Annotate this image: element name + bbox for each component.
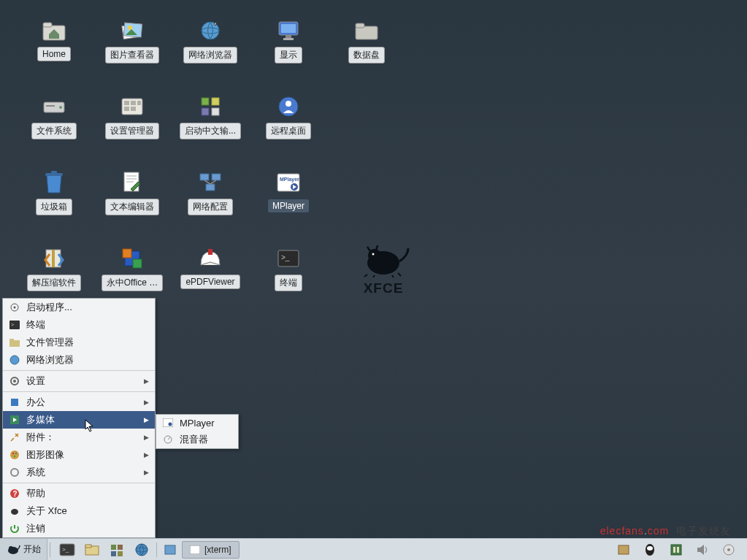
icon-label: 设置管理器	[105, 123, 159, 139]
start-button[interactable]: 开始	[0, 539, 47, 560]
menu-label: 注销	[26, 522, 45, 535]
svg-rect-83	[118, 551, 123, 556]
startmenu-item-11[interactable]: 系统▶	[3, 464, 155, 481]
svg-rect-10	[283, 38, 294, 40]
taskbar-terminal-icon[interactable]: >_	[56, 541, 78, 559]
submenu-arrow-icon: ▶	[144, 377, 149, 385]
desktop-icon-folder-home[interactable]: Home	[19, 18, 89, 61]
taskbar-filemanager-icon[interactable]	[81, 541, 103, 559]
svg-text:MPlayer: MPlayer	[280, 177, 299, 183]
icon-label: Home	[37, 47, 71, 61]
startmenu-item-9[interactable]: 附件：▶	[3, 429, 155, 446]
svg-point-4	[128, 26, 132, 30]
desktop-icon-pdf[interactable]: ePDFViewer	[175, 245, 245, 289]
svg-text:>_: >_	[62, 546, 69, 553]
filemgr-icon	[9, 337, 20, 348]
submenu-item-1[interactable]: 混音器	[156, 431, 238, 448]
menu-label: 混音器	[180, 433, 208, 446]
svg-rect-44	[133, 259, 142, 268]
startmenu-item-10[interactable]: 图形图像▶	[3, 446, 155, 464]
startmenu-item-8[interactable]: 多媒体▶	[3, 411, 155, 429]
submenu-item-0[interactable]: MPlayer	[156, 415, 238, 431]
terminal-sm-icon: >	[9, 319, 20, 331]
svg-rect-22	[202, 98, 209, 105]
startmenu-item-1[interactable]: >终端	[3, 316, 155, 334]
svg-rect-29	[51, 171, 57, 174]
svg-rect-79	[85, 545, 91, 548]
svg-rect-88	[618, 545, 629, 554]
svg-point-5	[202, 22, 219, 39]
icon-label: 网络浏览器	[183, 47, 237, 64]
menu-label: MPlayer	[180, 418, 215, 429]
desktop-icon-display[interactable]: 显示	[253, 18, 323, 64]
svg-point-90	[647, 546, 653, 551]
taskbar-settings-icon[interactable]	[106, 541, 128, 559]
taskbar-browser-icon[interactable]	[131, 541, 153, 559]
desktop-icon-network[interactable]: 网络配置	[175, 169, 245, 215]
input-method-icon	[197, 93, 223, 120]
mplayer-icon: MPlayer	[275, 169, 302, 196]
multimedia-submenu: MPlayer混音器	[156, 414, 239, 449]
icon-label: 永中Office …	[101, 275, 163, 291]
svg-line-73	[168, 437, 170, 440]
svg-rect-60	[11, 399, 18, 406]
desktop-icon-input-method[interactable]: 启动中文输...	[175, 93, 245, 139]
icon-label: 文本编辑器	[105, 199, 159, 215]
svg-rect-15	[46, 105, 55, 107]
icon-label: ePDFViewer	[180, 275, 240, 289]
startmenu-item-14[interactable]: 关于 Xfce	[3, 502, 155, 520]
accessory-icon	[9, 431, 20, 443]
system-tray	[611, 541, 747, 559]
menu-label: 启动程序...	[26, 301, 72, 314]
desktop-icon-image-viewer[interactable]: 图片查看器	[97, 18, 167, 64]
svg-rect-81	[118, 545, 123, 550]
startmenu-item-13[interactable]: ?帮助	[3, 485, 155, 502]
start-menu: 启动程序...>终端文件管理器网络浏览器设置▶办公▶多媒体▶附件：▶图形图像▶系…	[2, 298, 156, 538]
tray-icon-media[interactable]	[665, 541, 687, 559]
watermark: elecfans.com 电子发烧友	[600, 525, 731, 538]
desktop-icon-terminal[interactable]: >_终端	[253, 245, 323, 291]
svg-rect-8	[281, 24, 296, 33]
svg-rect-21	[131, 107, 136, 111]
desktop-icon-drive[interactable]: 文件系统	[19, 93, 89, 139]
startmenu-item-0[interactable]: 启动程序...	[3, 299, 155, 316]
icon-label: 数据盘	[348, 47, 385, 64]
submenu-arrow-icon: ▶	[144, 451, 149, 459]
startmenu-item-5[interactable]: 设置▶	[3, 372, 155, 390]
svg-rect-17	[124, 101, 129, 105]
svg-rect-80	[111, 545, 116, 550]
desktop-icon-trash[interactable]: 垃圾箱	[19, 169, 89, 215]
desktop-icon-mplayer[interactable]: MPlayerMPlayer	[253, 169, 323, 213]
startmenu-item-7[interactable]: 办公▶	[3, 394, 155, 411]
svg-point-66	[11, 469, 18, 476]
svg-rect-19	[137, 101, 141, 105]
desktop-icon-editor[interactable]: 文本编辑器	[97, 169, 167, 215]
desktop-icon-remote[interactable]: 远程桌面	[253, 93, 323, 139]
icon-label: 解压缩软件	[27, 275, 81, 291]
desktop-icon-settings[interactable]: 设置管理器	[97, 93, 167, 139]
svg-point-27	[286, 101, 291, 107]
startmenu-item-3[interactable]: 网络浏览器	[3, 351, 155, 369]
svg-rect-43	[123, 249, 131, 258]
svg-rect-93	[677, 547, 679, 553]
startmenu-item-2[interactable]: 文件管理器	[3, 334, 155, 351]
desktop-icon-web-browser[interactable]: 网络浏览器	[175, 18, 245, 64]
office-sm-icon	[9, 396, 20, 408]
taskbar-window-xterm[interactable]: [xterm]	[182, 541, 240, 559]
desktop-icon-archive[interactable]: 解压缩软件	[19, 245, 89, 291]
desktop-icon-folder[interactable]: 数据盘	[332, 18, 402, 64]
tray-icon-disc[interactable]	[718, 541, 740, 559]
startmenu-item-15[interactable]: 注销	[3, 520, 155, 537]
tray-icon-volume[interactable]	[692, 541, 713, 559]
tray-icon-1[interactable]	[613, 541, 635, 559]
taskbar-show-desktop-icon[interactable]	[163, 541, 177, 559]
svg-point-65	[14, 456, 15, 457]
menu-label: 办公	[26, 396, 45, 409]
task-label: [xterm]	[204, 545, 231, 555]
desktop-icon-office[interactable]: 永中Office …	[97, 245, 167, 291]
svg-point-14	[59, 106, 62, 109]
icon-label: 显示	[275, 47, 302, 64]
tray-icon-qq[interactable]	[639, 541, 661, 559]
terminal-icon: >_	[275, 245, 302, 272]
icon-label: 文件系统	[31, 123, 77, 139]
